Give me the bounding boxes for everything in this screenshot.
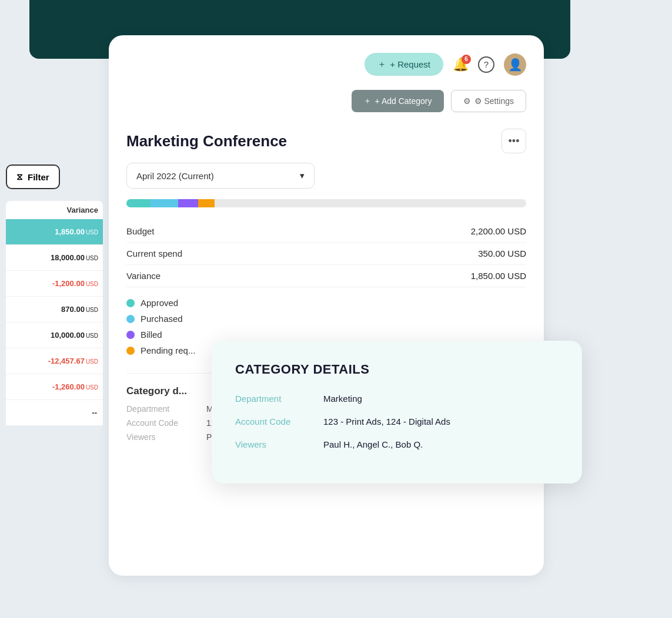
variance-row: Variance 1,850.00 USD [126,265,526,287]
sidebar-row: -1,260.00USD [6,374,103,400]
sidebar-row: 18,000.00USD [6,245,103,271]
filter-button[interactable]: ⧖ Filter [6,164,60,189]
add-category-button[interactable]: ＋ + Add Category [352,90,444,112]
legend-item-approved: Approved [126,298,526,308]
section-header: Marketing Conference ••• [126,129,526,153]
help-button[interactable]: ? [478,56,494,73]
sidebar: ⧖ Filter Variance 1,850.00USD18,000.00US… [6,164,103,426]
sidebar-row: -- [6,400,103,426]
sidebar-row: 10,000.00USD [6,323,103,348]
progress-bar [126,199,526,207]
popup-account-row: Account Code 123 - Print Ads, 124 - Digi… [235,417,559,426]
legend-item-billed: Billed [126,330,526,340]
avatar[interactable]: 👤 [504,53,526,76]
topbar: ＋ + Request 🔔 6 ? 👤 [126,53,526,76]
more-options-button[interactable]: ••• [502,129,526,153]
popup-department-value: Marketing [323,394,362,404]
settings-button[interactable]: ⚙ ⚙ Settings [451,90,526,112]
popup-department-label: Department [235,394,312,404]
notification-button[interactable]: 🔔 6 [453,57,469,72]
current-spend-row: Current spend 350.00 USD [126,243,526,265]
avatar-image: 👤 [508,58,523,72]
popup-department-row: Department Marketing [235,394,559,404]
action-row: ＋ + Add Category ⚙ ⚙ Settings [126,90,526,112]
notification-badge: 6 [462,55,471,64]
budget-row: Budget 2,200.00 USD [126,220,526,243]
billed-dot [126,331,135,339]
approved-dot [126,299,135,307]
plus-icon: ＋ [377,59,386,70]
plus-icon: ＋ [363,96,372,106]
sidebar-row: -12,457.67USD [6,348,103,374]
section-title: Marketing Conference [126,132,287,150]
legend-item-purchased: Purchased [126,314,526,324]
popup-viewers-value: Paul H., Angel C., Bob Q. [323,439,423,449]
popup-viewers-row: Viewers Paul H., Angel C., Bob Q. [235,439,559,449]
category-popup: CATEGORY DETAILS Department Marketing Ac… [212,341,582,483]
popup-account-value: 123 - Print Ads, 124 - Digital Ads [323,417,450,426]
popup-title: CATEGORY DETAILS [235,362,559,377]
sidebar-row: 870.00USD [6,297,103,323]
pending-dot [126,347,135,355]
request-button[interactable]: ＋ + Request [365,53,443,76]
filter-icon: ⧖ [16,172,23,182]
settings-icon: ⚙ [463,96,471,106]
help-icon: ? [478,56,494,73]
more-icon: ••• [509,135,520,147]
variance-column-header: Variance 1,850.00USD18,000.00USD-1,200.0… [6,201,103,426]
popup-viewers-label: Viewers [235,439,312,449]
period-dropdown[interactable]: April 2022 (Current) ▾ [126,163,315,189]
main-card: ＋ + Request 🔔 6 ? 👤 ＋ + Add Category ⚙ ⚙… [109,35,544,576]
sidebar-row: -1,200.00USD [6,271,103,297]
purchased-dot [126,315,135,323]
popup-account-label: Account Code [235,417,312,426]
chevron-down-icon: ▾ [300,170,305,181]
sidebar-row: 1,850.00USD [6,219,103,245]
